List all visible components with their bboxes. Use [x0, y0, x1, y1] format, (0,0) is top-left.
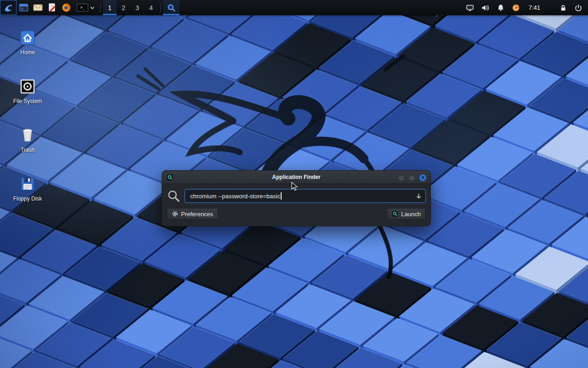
trash-icon: [19, 127, 36, 144]
desktop-icon-label: Trash: [21, 147, 34, 153]
arrow-down-icon[interactable]: [415, 193, 422, 200]
kali-logo-icon: [3, 3, 13, 13]
terminal-icon: >_: [77, 4, 88, 12]
volume-icon[interactable]: [481, 4, 490, 12]
top-panel: >_ 1 2 3 4 7:41: [0, 0, 588, 15]
titlebar[interactable]: Application Finder ×: [162, 170, 431, 184]
window-controls: ×: [398, 171, 426, 184]
desktop-icon-trash[interactable]: Trash: [6, 127, 50, 153]
maximize-button[interactable]: [409, 175, 415, 181]
updates-icon[interactable]: [512, 4, 520, 12]
panel-separator: [100, 3, 101, 12]
session-controls: [559, 4, 582, 12]
command-text: chromium --password-store=basic: [190, 193, 280, 200]
application-finder-icon: [166, 174, 174, 181]
workspace-1[interactable]: 1: [103, 0, 117, 15]
firefox-launcher[interactable]: [59, 0, 74, 15]
desktop-icon-floppy-disk[interactable]: Floppy Disk: [6, 176, 50, 202]
desktop-icon-label: File System: [13, 98, 42, 104]
folder-icon: [33, 4, 43, 12]
window-title: Application Finder: [162, 174, 430, 180]
workspace-4[interactable]: 4: [144, 0, 158, 15]
folder-launcher[interactable]: [31, 0, 45, 15]
chevron-down-icon: [90, 6, 95, 10]
panel-separator: [160, 3, 161, 12]
lock-icon[interactable]: [559, 4, 567, 12]
close-icon: ×: [421, 175, 424, 180]
clock[interactable]: 7:41: [529, 4, 540, 11]
workspace-3[interactable]: 3: [130, 0, 144, 15]
desktop-icon-label: Home: [20, 49, 35, 56]
home-icon: [19, 29, 36, 46]
application-finder-icon: [167, 4, 175, 12]
taskbar-application-finder[interactable]: [163, 0, 180, 15]
application-finder-window: Application Finder × chromium --password…: [162, 170, 431, 226]
minimize-button[interactable]: [398, 175, 404, 181]
dialog-body: chromium --password-store=basic Preferen…: [162, 184, 431, 226]
power-icon[interactable]: [574, 4, 582, 12]
file-manager-launcher[interactable]: [17, 0, 31, 15]
command-input[interactable]: chromium --password-store=basic: [185, 189, 426, 203]
display-icon[interactable]: [466, 4, 474, 12]
firefox-icon: [62, 3, 71, 12]
desktop-icon-label: Floppy Disk: [13, 196, 42, 202]
applications-menu-button[interactable]: [0, 0, 17, 15]
workspace-2[interactable]: 2: [117, 0, 130, 15]
desktop-icon-file-system[interactable]: File System: [6, 78, 50, 104]
system-tray: 7:41: [466, 0, 588, 15]
text-caret: [281, 192, 282, 200]
floppy-disk-icon: [19, 176, 36, 192]
gear-icon: [172, 211, 178, 217]
search-icon: [167, 189, 181, 203]
text-editor-launcher[interactable]: [45, 0, 59, 15]
application-finder-icon: [392, 211, 398, 217]
file-system-icon: [19, 78, 36, 95]
terminal-selector[interactable]: >_: [74, 0, 98, 15]
close-button[interactable]: ×: [419, 174, 426, 181]
notifications-icon[interactable]: [497, 4, 505, 12]
desktop-icon-home[interactable]: Home: [6, 29, 50, 56]
text-editor-icon: [48, 3, 57, 12]
launch-button[interactable]: Launch: [387, 208, 426, 220]
file-manager-icon: [19, 3, 28, 12]
preferences-button[interactable]: Preferences: [167, 208, 218, 220]
